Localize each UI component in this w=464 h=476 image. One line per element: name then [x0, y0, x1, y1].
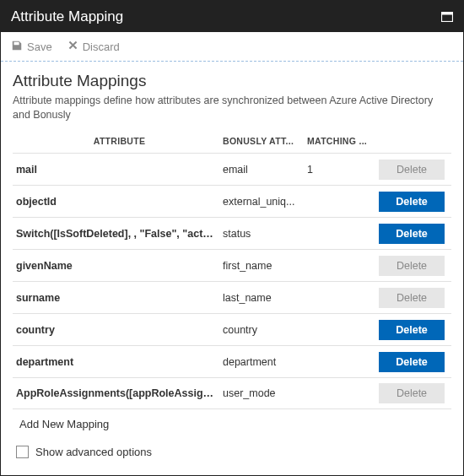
advanced-label: Show advanced options	[35, 446, 152, 458]
delete-button[interactable]: Delete	[379, 224, 445, 244]
svg-rect-1	[442, 12, 453, 14]
discard-label: Discard	[83, 41, 120, 53]
header-bonusly: BONUSLY ATT...	[223, 136, 307, 146]
section-title: Attribute Mappings	[13, 72, 451, 90]
toolbar: Save Discard	[1, 32, 463, 62]
delete-button[interactable]: Delete	[379, 192, 445, 212]
table-row[interactable]: Switch([IsSoftDeleted], , "False", "acti…	[13, 217, 451, 249]
delete-button[interactable]: Delete	[379, 352, 445, 372]
delete-button[interactable]: Delete	[379, 320, 445, 340]
advanced-options-row[interactable]: Show advanced options	[13, 439, 451, 463]
cell-attribute: surname	[16, 292, 223, 304]
attribute-mapping-panel: Attribute Mapping Save Discard Attribute…	[0, 0, 464, 476]
table-row[interactable]: AppRoleAssignments([appRoleAssignments])…	[13, 377, 451, 409]
cell-bonusly: first_name	[223, 260, 307, 272]
table-headers: ATTRIBUTE BONUSLY ATT... MATCHING ...	[13, 131, 451, 153]
cell-attribute: AppRoleAssignments([appRoleAssignments])	[16, 387, 223, 399]
titlebar-title: Attribute Mapping	[11, 8, 123, 25]
header-attribute: ATTRIBUTE	[16, 136, 223, 146]
cell-attribute: country	[16, 324, 223, 336]
table-row[interactable]: objectIdexternal_uniq...Delete	[13, 185, 451, 217]
cell-attribute: Switch([IsSoftDeleted], , "False", "acti…	[16, 228, 223, 240]
cell-attribute: mail	[16, 164, 223, 176]
table-row[interactable]: mailemail1Delete	[13, 153, 451, 185]
delete-button: Delete	[379, 160, 445, 180]
cell-attribute: givenName	[16, 260, 223, 272]
cell-attribute: objectId	[16, 196, 223, 208]
cell-matching: 1	[307, 164, 379, 176]
maximize-icon[interactable]	[441, 12, 453, 22]
advanced-checkbox[interactable]	[16, 446, 29, 458]
save-label: Save	[27, 41, 52, 53]
cell-attribute: department	[16, 356, 223, 368]
cell-bonusly: external_uniq...	[223, 196, 307, 208]
cell-bonusly: user_mode	[223, 387, 307, 399]
delete-button: Delete	[379, 256, 445, 276]
save-button[interactable]: Save	[11, 40, 52, 54]
delete-button: Delete	[379, 288, 445, 308]
table-row[interactable]: surnamelast_nameDelete	[13, 281, 451, 313]
table-body: mailemail1DeleteobjectIdexternal_uniq...…	[13, 153, 451, 409]
cell-bonusly: email	[223, 164, 307, 176]
cell-bonusly: last_name	[223, 292, 307, 304]
add-new-mapping-link[interactable]: Add New Mapping	[13, 409, 451, 439]
section-desc: Attribute mappings define how attributes…	[13, 94, 451, 122]
table-row[interactable]: givenNamefirst_nameDelete	[13, 249, 451, 281]
table-row[interactable]: departmentdepartmentDelete	[13, 345, 451, 377]
close-icon	[67, 40, 78, 53]
cell-bonusly: department	[223, 356, 307, 368]
header-matching: MATCHING ...	[307, 136, 379, 146]
cell-bonusly: country	[223, 324, 307, 336]
titlebar: Attribute Mapping	[1, 1, 463, 32]
cell-bonusly: status	[223, 228, 307, 240]
table-row[interactable]: countrycountryDelete	[13, 313, 451, 345]
discard-button[interactable]: Discard	[67, 40, 120, 53]
content: Attribute Mappings Attribute mappings de…	[1, 62, 463, 475]
delete-button: Delete	[379, 383, 445, 403]
save-icon	[11, 40, 23, 54]
